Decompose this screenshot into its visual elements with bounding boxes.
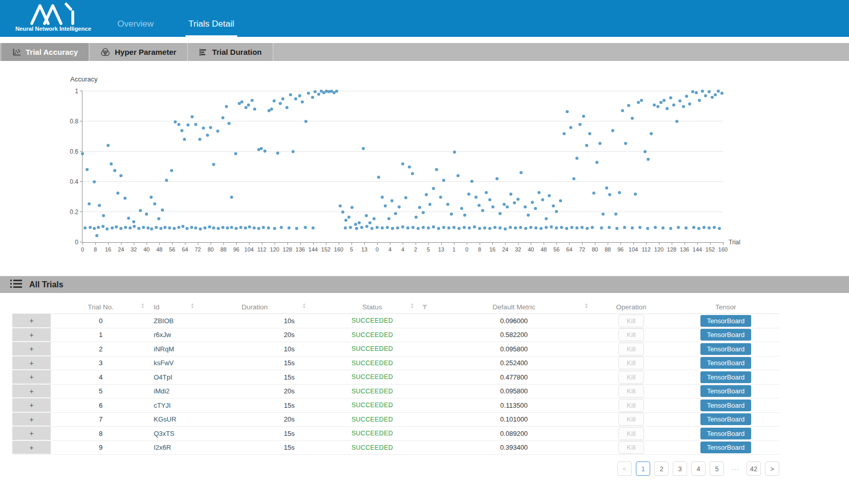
operation-cell: Kill [590, 314, 672, 328]
expander-button[interactable]: + [12, 427, 51, 440]
filter-icon[interactable] [422, 305, 427, 310]
page-button-3[interactable]: 3 [673, 461, 687, 476]
expander-button[interactable]: + [12, 370, 51, 384]
duration-cell: 20s [215, 328, 307, 342]
tensorboard-button[interactable]: TensorBoard [700, 442, 752, 453]
scatter-point [634, 193, 637, 196]
tensorboard-button[interactable]: TensorBoard [700, 357, 752, 369]
default-metric-cell: 0.096000 [438, 314, 590, 328]
expander-button[interactable]: + [12, 342, 51, 356]
tensorboard-button[interactable]: TensorBoard [700, 413, 752, 425]
scatter-point [253, 108, 256, 111]
tensorboard-button[interactable]: TensorBoard [700, 400, 752, 411]
tensorboard-button[interactable]: TensorBoard [700, 329, 752, 341]
x-tick-label: 88 [605, 246, 611, 253]
sort-icon[interactable]: ▲▼ [585, 303, 588, 308]
nav-overview[interactable]: Overview [114, 19, 157, 37]
page-button-42[interactable]: 42 [747, 461, 761, 476]
scatter-point [181, 225, 184, 228]
scatter-point [717, 90, 720, 93]
scatter-point [202, 127, 205, 130]
tensor-cell: TensorBoard [672, 427, 779, 440]
expander-button[interactable]: + [12, 441, 51, 455]
tab-hyper-parameter[interactable]: Hyper Parameter [90, 43, 188, 61]
kill-button[interactable]: Kill [618, 427, 644, 440]
tensorboard-button[interactable]: TensorBoard [700, 428, 752, 439]
scatter-point [537, 191, 541, 194]
scatter-point [339, 204, 342, 207]
tensorboard-button[interactable]: TensorBoard [700, 371, 752, 383]
expander-button[interactable]: + [12, 398, 51, 412]
scatter-point [442, 226, 445, 229]
tab-trial-duration[interactable]: Trial Duration [188, 43, 274, 61]
x-tick-mark [390, 242, 390, 245]
kill-button[interactable]: Kill [618, 328, 644, 341]
scatter-point [381, 226, 384, 229]
kill-button[interactable]: Kill [618, 371, 644, 384]
page-button-1[interactable]: 1 [636, 461, 650, 476]
x-tick-label: 144 [693, 246, 702, 253]
x-tick-label: 0 [376, 246, 379, 253]
expander-button[interactable]: + [12, 385, 51, 398]
scatter-point [119, 174, 122, 177]
scatter-point [695, 91, 698, 94]
next-page-button[interactable]: > [765, 461, 779, 476]
status-badge: SUCCEEDED [307, 328, 438, 342]
col-header-label: Duration [241, 303, 267, 311]
table-row: +5iMdi220sSUCCEEDED0.095800KillTensorBoa… [12, 385, 779, 399]
page-button-2[interactable]: 2 [654, 461, 669, 476]
page-button-4[interactable]: 4 [691, 461, 706, 476]
tensorboard-button[interactable]: TensorBoard [700, 343, 752, 355]
default-metric-cell: 0.113500 [438, 398, 590, 412]
kill-button[interactable]: Kill [618, 399, 644, 412]
tensorboard-button[interactable]: TensorBoard [700, 385, 752, 397]
expander-button[interactable]: + [12, 314, 51, 328]
y-tick-mark [80, 121, 82, 121]
x-tick-mark [518, 242, 519, 245]
scatter-point [524, 205, 527, 208]
sort-icon[interactable]: ▲▼ [410, 303, 414, 308]
scatter-point [84, 226, 87, 229]
scatter-point [365, 214, 368, 217]
col-header-tensor: Tensor [672, 300, 779, 313]
expander-button[interactable]: + [12, 356, 51, 370]
col-header-duration: Duration▲▼ [215, 300, 307, 313]
scatter-point [267, 226, 270, 229]
x-tick-label: 1 [452, 246, 455, 253]
operation-cell: Kill [590, 427, 672, 440]
kill-button[interactable]: Kill [618, 413, 644, 426]
duration-cell: 20s [215, 385, 307, 398]
all-trials-bar: All Trials [0, 276, 849, 293]
scatter-point [280, 226, 283, 229]
scatter-point [541, 198, 544, 201]
kill-button[interactable]: Kill [618, 385, 644, 397]
prev-page-button[interactable]: < [617, 461, 632, 476]
tensorboard-button[interactable]: TensorBoard [700, 315, 752, 327]
expander-button[interactable]: + [12, 328, 51, 342]
x-tick-label: 144 [308, 246, 318, 253]
x-tick-mark [249, 242, 250, 245]
sort-icon[interactable]: ▲▼ [191, 303, 194, 308]
kill-button[interactable]: Kill [618, 343, 644, 355]
kill-button[interactable]: Kill [618, 441, 644, 454]
kill-button[interactable]: Kill [618, 356, 644, 369]
scatter-point [110, 162, 113, 165]
scatter-point [230, 226, 233, 229]
x-tick-label: 32 [131, 246, 137, 253]
chart-x-axis-title: Trial [729, 239, 740, 246]
x-tick-mark [556, 242, 557, 245]
kill-button[interactable]: Kill [618, 314, 644, 327]
scatter-point [153, 202, 156, 205]
sort-icon[interactable]: ▲▼ [302, 303, 306, 308]
x-tick-label: 128 [283, 246, 292, 253]
tab-trial-accuracy[interactable]: Trial Accuracy [2, 43, 90, 61]
duration-cell: 15s [215, 441, 307, 455]
scatter-point [97, 226, 100, 229]
x-tick-mark [659, 242, 659, 245]
sort-icon[interactable]: ▲▼ [141, 303, 144, 308]
page-button-5[interactable]: 5 [710, 461, 724, 476]
nav-trials-detail[interactable]: Trials Detail [185, 19, 237, 37]
col-header-label: Default Metric [492, 303, 535, 311]
scatter-point [720, 92, 723, 95]
expander-button[interactable]: + [12, 413, 51, 427]
